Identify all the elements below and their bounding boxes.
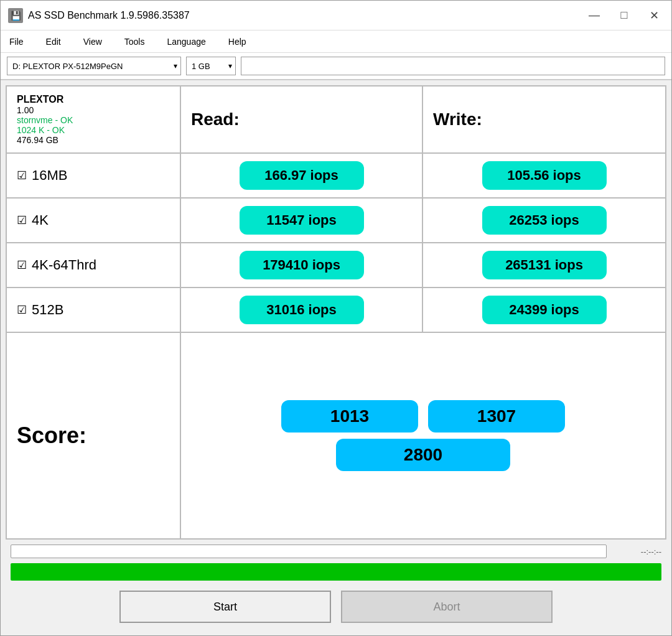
row-16mb-read-cell: 166.97 iops — [181, 154, 423, 197]
row-4k64-read-value: 179410 iops — [240, 251, 364, 279]
row-4k64-write-value: 265131 iops — [482, 251, 607, 279]
row-4k-read-cell: 11547 iops — [181, 199, 423, 242]
progress-time: --:--:-- — [612, 547, 661, 556]
app-icon: 💾 — [8, 8, 23, 23]
drive-select-wrapper: D: PLEXTOR PX-512M9PeGN — [7, 57, 181, 75]
menu-language[interactable]: Language — [163, 35, 209, 48]
label-4k64: 4K-64Thrd — [32, 257, 96, 273]
row-16mb-write-value: 105.56 iops — [482, 161, 607, 190]
menu-edit[interactable]: Edit — [42, 35, 65, 48]
abort-button[interactable]: Abort — [341, 591, 553, 623]
row-4k64-read-cell: 179410 iops — [181, 243, 423, 287]
progress-bar-outer — [11, 545, 607, 558]
checkbox-512b[interactable]: ☑ — [17, 303, 27, 317]
title-bar: 💾 AS SSD Benchmark 1.9.5986.35387 — □ ✕ — [1, 1, 671, 30]
drive-driver2: 1024 K - OK — [17, 125, 170, 135]
score-values: 1013 1307 2800 — [181, 333, 665, 538]
row-512b-write-cell: 24399 iops — [423, 288, 665, 332]
checkbox-4k64[interactable]: ☑ — [17, 258, 27, 272]
toolbar: D: PLEXTOR PX-512M9PeGN 1 GB 2 GB 4 GB — [1, 53, 671, 80]
menu-bar: File Edit View Tools Language Help — [1, 30, 671, 53]
start-button[interactable]: Start — [119, 591, 331, 623]
score-top: 1013 1307 — [189, 400, 658, 433]
row-4k-write-value: 26253 iops — [482, 206, 607, 235]
row-4k: ☑ 4K 11547 iops 26253 iops — [7, 199, 665, 243]
drive-select[interactable]: D: PLEXTOR PX-512M9PeGN — [7, 57, 181, 75]
progress-row: --:--:-- — [11, 545, 661, 558]
maximize-button[interactable]: □ — [614, 6, 634, 26]
menu-view[interactable]: View — [80, 35, 106, 48]
menu-help[interactable]: Help — [225, 35, 250, 48]
score-read-value: 1013 — [281, 400, 418, 433]
row-512b-read-cell: 31016 iops — [181, 288, 423, 332]
score-row: Score: 1013 1307 2800 — [7, 333, 665, 538]
read-header: Read: — [181, 87, 423, 152]
menu-file[interactable]: File — [6, 35, 27, 48]
main-window: 💾 AS SSD Benchmark 1.9.5986.35387 — □ ✕ … — [0, 0, 672, 636]
buttons-row: Start Abort — [11, 586, 661, 625]
close-button[interactable]: ✕ — [644, 6, 664, 26]
size-select-wrapper: 1 GB 2 GB 4 GB — [186, 57, 236, 75]
window-title: AS SSD Benchmark 1.9.5986.35387 — [28, 10, 190, 21]
row-512b-label: ☑ 512B — [7, 288, 181, 332]
drive-capacity: 476.94 GB — [17, 135, 170, 145]
row-16mb-write-cell: 105.56 iops — [423, 154, 665, 197]
row-4k-label: ☑ 4K — [7, 199, 181, 242]
row-4k64: ☑ 4K-64Thrd 179410 iops 265131 iops — [7, 243, 665, 288]
label-4k: 4K — [32, 212, 49, 228]
row-512b: ☑ 512B 31016 iops 24399 iops — [7, 288, 665, 333]
drive-version: 1.00 — [17, 105, 170, 115]
checkbox-16mb[interactable]: ☑ — [17, 169, 27, 182]
score-label: Score: — [7, 333, 181, 538]
benchmark-table: PLEXTOR 1.00 stornvme - OK 1024 K - OK 4… — [6, 85, 666, 540]
label-512b: 512B — [32, 302, 63, 318]
row-16mb-label: ☑ 16MB — [7, 154, 181, 197]
row-4k-write-cell: 26253 iops — [423, 199, 665, 242]
row-4k64-write-cell: 265131 iops — [423, 243, 665, 287]
bottom-area: --:--:-- Start Abort — [6, 540, 666, 630]
row-512b-read-value: 31016 iops — [240, 296, 364, 324]
drive-driver1: stornvme - OK — [17, 115, 170, 125]
title-controls: — □ ✕ — [584, 6, 664, 26]
write-header: Write: — [423, 87, 665, 152]
green-progress-bar — [11, 563, 661, 581]
row-4k64-label: ☑ 4K-64Thrd — [7, 243, 181, 287]
score-write-value: 1307 — [428, 400, 565, 433]
row-4k-read-value: 11547 iops — [240, 206, 364, 235]
menu-tools[interactable]: Tools — [121, 35, 149, 48]
row-16mb-read-value: 166.97 iops — [240, 161, 364, 190]
table-header-row: PLEXTOR 1.00 stornvme - OK 1024 K - OK 4… — [7, 87, 665, 154]
row-512b-write-value: 24399 iops — [482, 296, 607, 324]
label-16mb: 16MB — [32, 167, 67, 184]
score-total-value: 2800 — [336, 439, 510, 471]
minimize-button[interactable]: — — [584, 6, 604, 26]
drive-brand: PLEXTOR — [17, 94, 170, 105]
title-bar-left: 💾 AS SSD Benchmark 1.9.5986.35387 — [8, 8, 190, 23]
label-input[interactable] — [241, 57, 665, 75]
row-16mb: ☑ 16MB 166.97 iops 105.56 iops — [7, 154, 665, 199]
checkbox-4k[interactable]: ☑ — [17, 213, 27, 227]
size-select[interactable]: 1 GB 2 GB 4 GB — [186, 57, 236, 75]
drive-info-cell: PLEXTOR 1.00 stornvme - OK 1024 K - OK 4… — [7, 87, 181, 152]
main-content: PLEXTOR 1.00 stornvme - OK 1024 K - OK 4… — [1, 80, 671, 635]
